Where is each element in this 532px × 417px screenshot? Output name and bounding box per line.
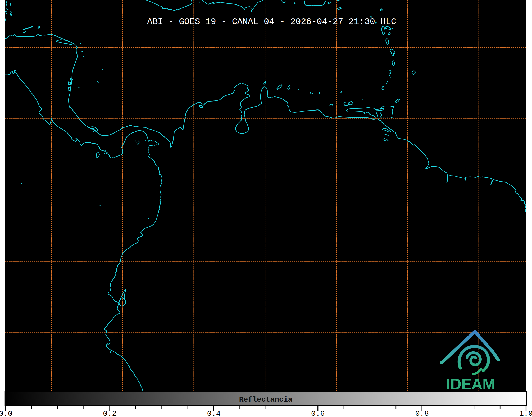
svg-text:0.0: 0.0 bbox=[0, 409, 12, 417]
svg-text:0.4: 0.4 bbox=[207, 409, 221, 417]
svg-text:0.8: 0.8 bbox=[415, 409, 429, 417]
svg-text:1.0: 1.0 bbox=[519, 409, 532, 417]
svg-text:Reflectancia: Reflectancia bbox=[239, 396, 293, 404]
svg-text:0.2: 0.2 bbox=[103, 409, 116, 417]
svg-text:0.6: 0.6 bbox=[311, 409, 325, 417]
